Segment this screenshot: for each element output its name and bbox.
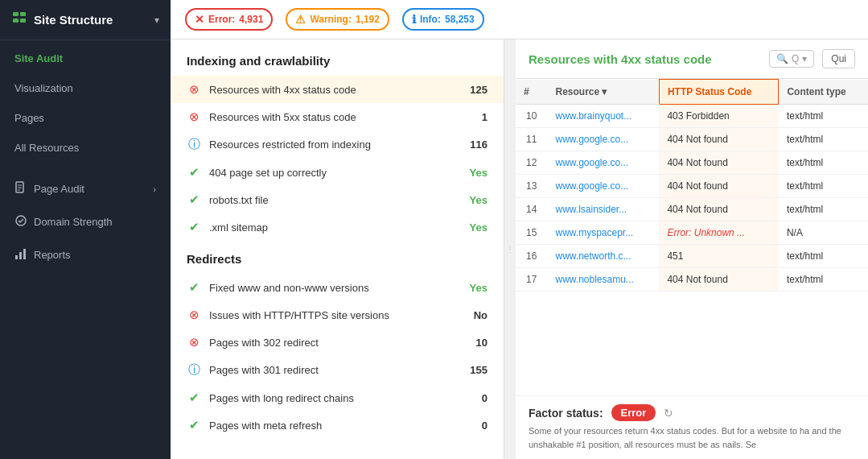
cell-content-type: N/A	[779, 221, 868, 245]
left-panel: Indexing and crawlability ⊗ Resources wi…	[171, 39, 504, 459]
section-title-indexing: Indexing and crawlability	[171, 54, 504, 76]
cell-resource[interactable]: www.lsainsider...	[547, 198, 659, 221]
audit-item-restricted[interactable]: ⓘ Resources restricted from indexing 116	[171, 130, 504, 159]
search-placeholder: Q	[792, 53, 799, 64]
audit-item-sitemap[interactable]: ✔ .xml sitemap Yes	[171, 213, 504, 241]
cell-status: 404 Not found	[659, 151, 779, 175]
resources-table: # Resource ▾ HTTP Status Code Content ty…	[516, 79, 868, 292]
sidebar: Site Structure ▾ Site Audit Visualizatio…	[0, 0, 171, 459]
audit-item-meta-refresh[interactable]: ✔ Pages with meta refresh 0	[171, 411, 504, 439]
cell-resource[interactable]: www.google.co...	[547, 175, 659, 198]
right-panel: Resources with 4xx status code 🔍 Q ▾ Qui…	[516, 39, 868, 459]
sidebar-nav: Site Audit Visualization Pages All Resou…	[0, 40, 171, 459]
drag-handle[interactable]: ⋮	[504, 39, 516, 459]
cell-num: 15	[516, 221, 547, 245]
audit-item-301[interactable]: ⓘ Pages with 301 redirect 155	[171, 356, 504, 384]
cell-resource[interactable]: www.google.co...	[547, 128, 659, 151]
quick-button[interactable]: Qui	[822, 49, 855, 68]
table-row[interactable]: 14www.lsainsider...404 Not foundtext/htm…	[516, 198, 868, 221]
audit-item-robots[interactable]: ✔ robots.txt file Yes	[171, 186, 504, 213]
chevron-right-icon: ›	[153, 184, 156, 194]
success-circle-icon-4: ✔	[187, 280, 201, 295]
info-badge[interactable]: ℹ Info: 58,253	[402, 8, 484, 31]
cell-content-type: text/html	[779, 128, 868, 151]
success-circle-icon-5: ✔	[187, 391, 201, 405]
error-circle-icon: ⊗	[187, 82, 201, 97]
sidebar-item-domain-strength[interactable]: Domain Strength	[0, 205, 171, 238]
table-container: # Resource ▾ HTTP Status Code Content ty…	[516, 79, 868, 395]
refresh-icon[interactable]: ↻	[664, 407, 673, 420]
table-row[interactable]: 15www.myspacepr...Error: Unknown ...N/A	[516, 221, 868, 245]
success-circle-icon-3: ✔	[187, 220, 201, 234]
cell-resource[interactable]: www.noblesamu...	[547, 268, 659, 292]
cell-content-type: text/html	[779, 245, 868, 268]
table-row[interactable]: 10www.brainyquot...403 Forbiddentext/htm…	[516, 105, 868, 128]
audit-item-5xx[interactable]: ⊗ Resources with 5xx status code 1	[171, 103, 504, 130]
success-circle-icon-6: ✔	[187, 418, 201, 432]
error-badge[interactable]: ✕ Error: 4,931	[185, 8, 273, 31]
cell-status: 404 Not found	[659, 128, 779, 151]
error-label: Error:	[208, 14, 235, 25]
chevron-down-icon: ▾	[154, 14, 159, 26]
sidebar-item-visualization[interactable]: Visualization	[0, 73, 171, 103]
audit-item-404-setup[interactable]: ✔ 404 page set up correctly Yes	[171, 159, 504, 186]
cell-status: 403 Forbidden	[659, 105, 779, 128]
cell-content-type: text/html	[779, 151, 868, 175]
audit-item-302[interactable]: ⊗ Pages with 302 redirect 10	[171, 329, 504, 356]
sidebar-item-reports[interactable]: Reports	[0, 238, 171, 271]
factor-status: Factor status: Error ↻ Some of your reso…	[516, 395, 868, 459]
cell-status: 404 Not found	[659, 268, 779, 292]
svg-rect-1	[20, 12, 26, 16]
chevron-down-icon-search: ▾	[802, 53, 807, 64]
page-audit-icon	[14, 181, 27, 196]
audit-item-https[interactable]: ⊗ Issues with HTTP/HTTPS site versions N…	[171, 301, 504, 329]
search-box[interactable]: 🔍 Q ▾	[769, 50, 814, 68]
factor-label: Factor status:	[529, 407, 603, 420]
sidebar-item-page-audit[interactable]: Page Audit ›	[0, 172, 171, 205]
error-circle-icon-3: ⊗	[187, 308, 201, 322]
cell-num: 16	[516, 245, 547, 268]
warning-icon: ⚠	[295, 13, 306, 26]
cell-resource[interactable]: www.google.co...	[547, 151, 659, 175]
info-circle-icon: ⓘ	[187, 137, 201, 152]
svg-rect-0	[13, 12, 19, 16]
table-row[interactable]: 17www.noblesamu...404 Not foundtext/html	[516, 268, 868, 292]
col-content-type[interactable]: Content type	[779, 80, 868, 105]
search-icon: 🔍	[776, 53, 788, 64]
cell-resource[interactable]: www.myspacepr...	[547, 221, 659, 245]
svg-rect-2	[13, 19, 19, 23]
cell-resource[interactable]: www.networth.c...	[547, 245, 659, 268]
drag-dots: ⋮	[506, 245, 514, 254]
table-row[interactable]: 12www.google.co...404 Not foundtext/html	[516, 151, 868, 175]
warning-badge[interactable]: ⚠ Warning: 1,192	[286, 8, 389, 31]
factor-badge: Error	[611, 404, 656, 421]
cell-content-type: text/html	[779, 105, 868, 128]
audit-item-redirect-chains[interactable]: ✔ Pages with long redirect chains 0	[171, 384, 504, 411]
table-row[interactable]: 16www.networth.c...451text/html	[516, 245, 868, 268]
cell-status: 451	[659, 245, 779, 268]
factor-desc: Some of your resources return 4xx status…	[529, 424, 855, 451]
cell-num: 11	[516, 128, 547, 151]
info-circle-icon-2: ⓘ	[187, 362, 201, 378]
sidebar-item-site-audit[interactable]: Site Audit	[0, 43, 171, 73]
cell-resource[interactable]: www.brainyquot...	[547, 105, 659, 128]
sidebar-item-pages[interactable]: Pages	[0, 103, 171, 133]
error-circle-icon-4: ⊗	[187, 335, 201, 349]
factor-status-header: Factor status: Error ↻	[529, 404, 855, 421]
domain-strength-icon	[14, 214, 27, 229]
right-panel-title: Resources with 4xx status code	[529, 52, 761, 66]
audit-item-4xx[interactable]: ⊗ Resources with 4xx status code 125	[171, 76, 504, 103]
svg-rect-11	[23, 249, 26, 259]
col-resource[interactable]: Resource ▾	[547, 80, 659, 105]
col-http-status[interactable]: HTTP Status Code	[659, 80, 779, 105]
table-row[interactable]: 11www.google.co...404 Not foundtext/html	[516, 128, 868, 151]
cell-content-type: text/html	[779, 198, 868, 221]
info-label: Info:	[420, 14, 441, 25]
sidebar-header[interactable]: Site Structure ▾	[0, 0, 171, 40]
warning-label: Warning:	[310, 14, 352, 25]
info-icon: ℹ	[412, 13, 416, 26]
col-num[interactable]: #	[516, 80, 547, 105]
table-row[interactable]: 13www.google.co...404 Not foundtext/html	[516, 175, 868, 198]
audit-item-www[interactable]: ✔ Fixed www and non-www versions Yes	[171, 274, 504, 301]
sidebar-item-all-resources[interactable]: All Resources	[0, 133, 171, 163]
